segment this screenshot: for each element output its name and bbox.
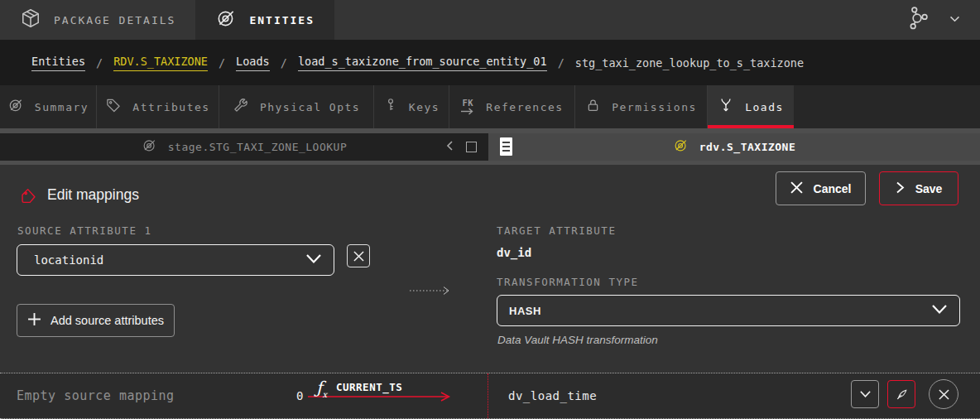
breadcrumb-load[interactable]: load_s_taxizone_from_source_entity_01 — [298, 55, 547, 71]
key-icon — [383, 97, 398, 117]
page-title: Edit mappings — [47, 186, 139, 204]
empty-mapping-source: Empty source mapping 0 ƒx CURRENT_TS — [0, 373, 488, 418]
entity-icon — [7, 97, 24, 117]
connections-icon[interactable] — [905, 6, 930, 34]
tab-label: References — [486, 101, 563, 113]
wrench-icon — [233, 97, 249, 117]
save-button[interactable]: Save — [879, 171, 958, 205]
close-icon — [790, 181, 803, 196]
tab-summary[interactable]: Summary — [0, 85, 97, 128]
app-window: PACKAGE DETAILS ENTITIES Entities — [0, 0, 980, 419]
source-entity-name: stage.STG_TAXI_ZONE_LOOKUP — [168, 141, 348, 153]
add-source-attributes-label: Add source attributes — [50, 314, 164, 327]
entity-icon — [142, 137, 157, 157]
delete-button[interactable] — [929, 379, 958, 409]
transformation-type-value: HASH — [497, 305, 541, 317]
target-attribute-value: dv_id — [497, 246, 531, 259]
tab-label: Keys — [409, 101, 440, 113]
breadcrumb-separator: / — [281, 56, 287, 70]
tag-icon — [20, 187, 37, 208]
package-icon — [20, 7, 41, 32]
edit-button[interactable] — [887, 380, 915, 408]
tab-references[interactable]: FK References — [449, 85, 575, 128]
transformation-hint: Data Vault HASH transformation — [497, 334, 658, 346]
mapping-editor: Edit mappings Cancel Save SOURCE ATTRIBU… — [0, 165, 980, 373]
cancel-label: Cancel — [814, 182, 852, 195]
top-bar: PACKAGE DETAILS ENTITIES — [0, 0, 980, 40]
entity-header-row: stage.STG_TAXI_ZONE_LOOKUP rdv.S_TAXIZON… — [0, 133, 980, 161]
entity-icon — [673, 137, 689, 157]
expand-button[interactable] — [851, 380, 879, 408]
loads-merge-icon — [718, 97, 734, 117]
breadcrumb-current: stg_taxi_zone_lookup_to_s_taxizone — [575, 56, 804, 70]
empty-source-mapping-label: Empty source mapping — [17, 388, 175, 403]
tab-loads[interactable]: Loads — [708, 85, 794, 128]
tab-package-details[interactable]: PACKAGE DETAILS — [0, 0, 195, 40]
tab-label: Summary — [35, 101, 89, 113]
source-entity-header[interactable]: stage.STG_TAXI_ZONE_LOOKUP — [0, 133, 488, 161]
tag-icon — [105, 97, 122, 117]
add-source-attributes-button[interactable]: Add source attributes — [17, 304, 175, 337]
source-attribute-select[interactable]: locationid — [17, 244, 334, 276]
chevron-right-icon — [896, 181, 905, 196]
checkbox-icon[interactable] — [466, 142, 477, 152]
foreign-key-icon: FK — [460, 99, 475, 115]
transformation-type-select[interactable]: HASH — [497, 295, 960, 326]
tab-entities[interactable]: ENTITIES — [195, 0, 334, 40]
chevron-left-icon[interactable] — [445, 140, 455, 155]
empty-mapping-row: Empty source mapping 0 ƒx CURRENT_TS dv_… — [0, 373, 980, 419]
function-arrow: ƒx CURRENT_TS — [308, 390, 455, 403]
transformation-type-label: TRANSFORMATION TYPE — [497, 276, 639, 288]
tab-label: Permissions — [612, 101, 697, 113]
breadcrumb-separator: / — [558, 56, 564, 70]
tab-physical-opts[interactable]: Physical Opts — [219, 85, 374, 128]
function-icon: ƒx — [316, 379, 327, 399]
tab-attributes[interactable]: Attributes — [97, 85, 219, 128]
breadcrumb-entities[interactable]: Entities — [31, 55, 85, 71]
breadcrumb-loads[interactable]: Loads — [236, 55, 270, 71]
function-name: CURRENT_TS — [336, 381, 402, 393]
breadcrumb-entity[interactable]: RDV.S_TAXIZONE — [113, 55, 208, 71]
entity-icon — [215, 7, 237, 32]
tab-label: Physical Opts — [260, 101, 360, 113]
breadcrumb-separator: / — [96, 56, 103, 70]
tab-label: ENTITIES — [249, 14, 315, 26]
empty-mapping-target[interactable]: dv_load_time — [488, 373, 980, 418]
tab-label: Loads — [745, 101, 784, 113]
tab-label: Attributes — [132, 101, 209, 113]
mapping-arrow-icon — [409, 286, 455, 296]
target-entity-header[interactable]: rdv.S_TAXIZONE — [488, 133, 980, 161]
tab-permissions[interactable]: Permissions — [575, 85, 708, 128]
target-entity-name: rdv.S_TAXIZONE — [699, 141, 796, 153]
tab-label: PACKAGE DETAILS — [54, 14, 175, 26]
chevron-down-icon — [305, 253, 322, 267]
source-attribute-label: SOURCE ATTRIBUTE 1 — [17, 224, 151, 237]
target-attribute-label: TARGET ATTRIBUTE — [497, 224, 616, 237]
chevron-down-icon[interactable] — [948, 12, 962, 29]
target-attribute-name: dv_load_time — [488, 389, 597, 402]
remove-source-attribute-button[interactable] — [347, 244, 370, 267]
entity-tab-bar: Summary Attributes Physical Opts — [0, 85, 980, 128]
tab-keys[interactable]: Keys — [374, 85, 449, 128]
list-icon[interactable] — [499, 137, 513, 157]
breadcrumb: Entities / RDV.S_TAXIZONE / Loads / load… — [0, 40, 980, 85]
chevron-down-icon — [931, 303, 948, 318]
lock-icon — [585, 97, 601, 117]
source-attribute-value: locationid — [17, 253, 103, 267]
cancel-button[interactable]: Cancel — [776, 171, 866, 205]
save-label: Save — [915, 182, 943, 195]
source-count: 0 — [296, 389, 303, 402]
plus-icon — [27, 312, 41, 329]
breadcrumb-separator: / — [219, 56, 225, 70]
